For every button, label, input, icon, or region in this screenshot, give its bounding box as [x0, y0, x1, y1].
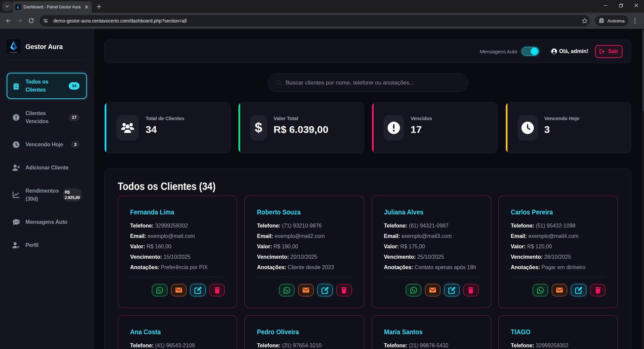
svg-text:Gestor Aura: Gestor Aura: [10, 52, 17, 53]
